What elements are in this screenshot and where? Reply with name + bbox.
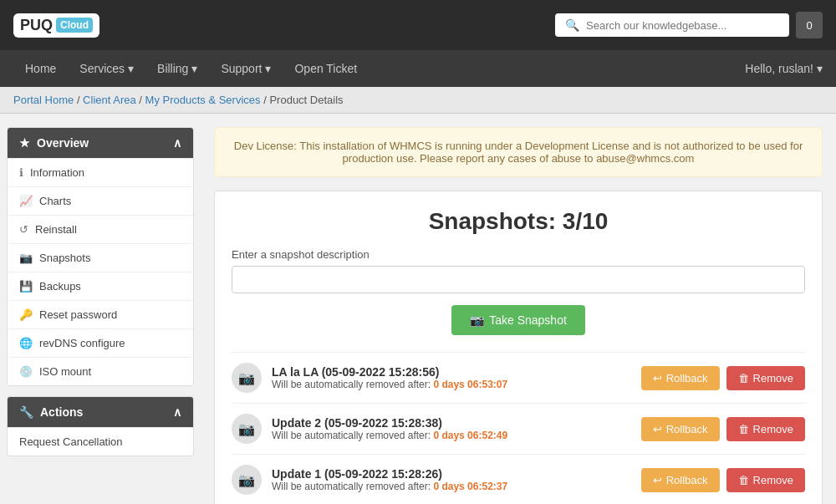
nav-item-open-ticket[interactable]: Open Ticket (283, 50, 369, 87)
nav-menu: Home Services ▾ Billing ▾ Support ▾ Open… (0, 50, 836, 87)
snapshot-camera-icon: 📷 (232, 363, 262, 393)
snapshot-row: 📷 Update 2 (05-09-2022 15:28:38) Will be… (232, 403, 805, 454)
logo-area: PUQ Cloud (13, 13, 99, 38)
rollback-button[interactable]: ↩ Rollback (641, 468, 720, 492)
chevron-down-icon: ▾ (128, 62, 134, 75)
breadcrumb: Portal Home / Client Area / My Products … (0, 87, 836, 114)
nav-user[interactable]: Hello, ruslan! ▾ (745, 62, 823, 75)
sidebar-actions-section: 🔧 Actions ∧ Request Cancellation (7, 396, 194, 456)
sidebar-overview-header[interactable]: ★ Overview ∧ (8, 128, 193, 158)
revdns-icon: 🌐 (19, 337, 33, 349)
backups-icon: 💾 (19, 280, 33, 293)
snapshot-camera-icon: 📷 (232, 465, 262, 495)
nav-item-services[interactable]: Services ▾ (68, 50, 145, 87)
nav-item-home[interactable]: Home (13, 50, 68, 87)
snapshot-desc-label: Enter a snapshot description (232, 248, 805, 261)
sidebar-item-snapshots[interactable]: 📷 Snapshots (8, 243, 193, 272)
main-content: ★ Overview ∧ ℹ Information 📈 Charts ↺ Re… (0, 114, 836, 504)
top-navbar: PUQ Cloud 🔍 0 (0, 0, 836, 50)
logo[interactable]: PUQ Cloud (13, 13, 99, 38)
remove-button[interactable]: 🗑 Remove (726, 366, 805, 390)
sidebar-item-charts[interactable]: 📈 Charts (8, 186, 193, 215)
trash-icon: 🗑 (738, 372, 749, 384)
reinstall-icon: ↺ (19, 223, 28, 236)
breadcrumb-products[interactable]: My Products & Services (145, 94, 261, 106)
chevron-down-icon: ▾ (265, 62, 271, 75)
star-icon: ★ (19, 136, 30, 150)
logo-text: PUQ (20, 17, 53, 34)
remove-button[interactable]: 🗑 Remove (726, 417, 805, 441)
rollback-icon: ↩ (653, 372, 662, 384)
top-search: 🔍 0 (555, 12, 823, 38)
rollback-icon: ↩ (653, 474, 662, 486)
sidebar-item-reinstall[interactable]: ↺ Reinstall (8, 215, 193, 243)
cart-count: 0 (806, 19, 812, 32)
snapshot-actions: ↩ Rollback 🗑 Remove (641, 366, 805, 390)
snapshot-desc-input[interactable] (232, 266, 805, 293)
sidebar-overview-section: ★ Overview ∧ ℹ Information 📈 Charts ↺ Re… (7, 127, 194, 386)
sidebar: ★ Overview ∧ ℹ Information 📈 Charts ↺ Re… (0, 114, 201, 504)
snapshot-actions: ↩ Rollback 🗑 Remove (641, 468, 805, 492)
search-box: 🔍 (555, 13, 789, 37)
search-icon: 🔍 (565, 18, 579, 32)
nav-item-billing[interactable]: Billing ▾ (145, 50, 209, 87)
info-icon: ℹ (19, 166, 23, 179)
content-area: Dev License: This installation of WHMCS … (201, 114, 836, 504)
cart-button[interactable]: 0 (796, 12, 823, 38)
breadcrumb-current: Product Details (269, 94, 343, 106)
snapshot-camera-icon: 📷 (232, 414, 262, 444)
sidebar-item-iso-mount[interactable]: 💿 ISO mount (8, 357, 193, 385)
rollback-button[interactable]: ↩ Rollback (641, 366, 720, 390)
remove-button[interactable]: 🗑 Remove (726, 468, 805, 492)
sidebar-item-backups[interactable]: 💾 Backups (8, 272, 193, 300)
snapshot-info: Update 2 (05-09-2022 15:28:38) Will be a… (272, 416, 631, 441)
chevron-up-icon: ∧ (173, 405, 181, 419)
search-input[interactable] (586, 19, 779, 32)
snapshot-info: LA la LA (05-09-2022 15:28:56) Will be a… (272, 365, 631, 390)
sidebar-item-request-cancellation[interactable]: Request Cancellation (8, 427, 193, 456)
charts-icon: 📈 (19, 195, 33, 207)
iso-mount-icon: 💿 (19, 365, 33, 378)
snapshot-actions: ↩ Rollback 🗑 Remove (641, 417, 805, 441)
chevron-up-icon: ∧ (173, 136, 181, 150)
warning-banner: Dev License: This installation of WHMCS … (214, 127, 823, 177)
rollback-icon: ↩ (653, 423, 662, 435)
chevron-down-icon: ▾ (817, 62, 823, 75)
sidebar-item-information[interactable]: ℹ Information (8, 158, 193, 186)
snapshots-icon: 📷 (19, 252, 33, 264)
breadcrumb-portal-home[interactable]: Portal Home (13, 94, 74, 106)
chevron-down-icon: ▾ (191, 62, 197, 75)
snapshot-row: 📷 LA la LA (05-09-2022 15:28:56) Will be… (232, 352, 805, 403)
reset-password-icon: 🔑 (19, 308, 33, 321)
wrench-icon: 🔧 (19, 405, 33, 419)
snapshot-info: Update 1 (05-09-2022 15:28:26) Will be a… (272, 467, 631, 492)
trash-icon: 🗑 (738, 423, 749, 435)
sidebar-item-reset-password[interactable]: 🔑 Reset password (8, 300, 193, 328)
breadcrumb-client-area[interactable]: Client Area (83, 94, 136, 106)
sidebar-actions-header[interactable]: 🔧 Actions ∧ (8, 397, 193, 427)
camera-icon: 📷 (470, 313, 484, 327)
nav-item-support[interactable]: Support ▾ (209, 50, 283, 87)
logo-cloud: Cloud (56, 18, 93, 33)
snapshots-title: Snapshots: 3/10 (232, 208, 805, 235)
trash-icon: 🗑 (738, 474, 749, 486)
snapshots-panel: Snapshots: 3/10 Enter a snapshot descrip… (214, 191, 823, 504)
take-snapshot-button[interactable]: 📷 Take Snapshot (451, 305, 585, 335)
nav-left: Home Services ▾ Billing ▾ Support ▾ Open… (13, 50, 369, 87)
sidebar-item-revdns[interactable]: 🌐 revDNS configure (8, 328, 193, 357)
snapshot-row: 📷 Update 1 (05-09-2022 15:28:26) Will be… (232, 454, 805, 504)
rollback-button[interactable]: ↩ Rollback (641, 417, 720, 441)
